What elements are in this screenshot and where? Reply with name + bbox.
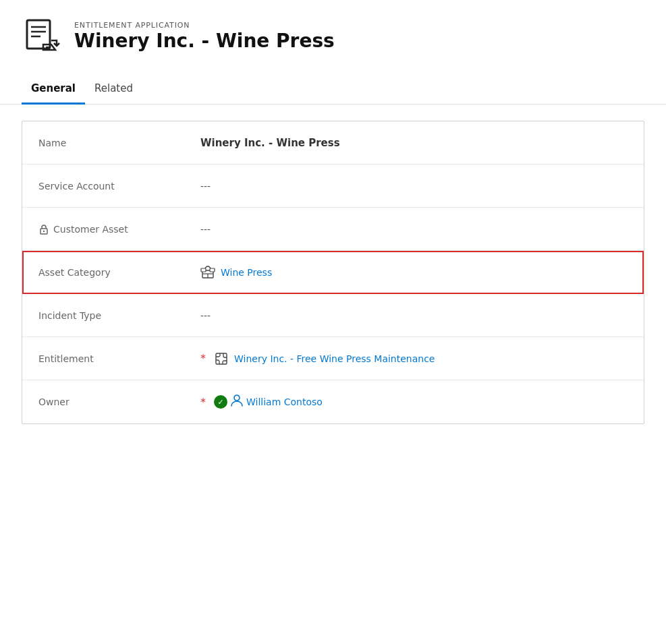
svg-rect-9 xyxy=(201,268,206,272)
value-service-account: --- xyxy=(200,181,628,192)
app-title: Winery Inc. - Wine Press xyxy=(74,30,335,53)
value-asset-category: Wine Press xyxy=(200,265,628,280)
form-card: Name Winery Inc. - Wine Press Service Ac… xyxy=(22,121,644,424)
svg-rect-10 xyxy=(210,268,215,272)
required-star-entitlement: * xyxy=(200,352,206,365)
tab-related[interactable]: Related xyxy=(85,76,142,105)
tab-general[interactable]: General xyxy=(22,76,85,105)
label-customer-asset: Customer Asset xyxy=(38,224,200,235)
field-row-customer-asset: Customer Asset --- xyxy=(22,208,644,251)
person-icon xyxy=(230,394,244,410)
required-star-owner: * xyxy=(200,396,206,409)
value-owner: * William Contoso xyxy=(200,394,628,410)
value-name: Winery Inc. - Wine Press xyxy=(200,137,628,149)
lock-icon xyxy=(38,224,49,235)
label-service-account: Service Account xyxy=(38,181,200,192)
value-customer-asset: --- xyxy=(200,224,628,235)
field-row-service-account: Service Account --- xyxy=(22,165,644,208)
value-incident-type: --- xyxy=(200,310,628,321)
value-entitlement: * Winery Inc. - Free Wine Press Maintena… xyxy=(200,351,628,366)
form-content: Name Winery Inc. - Wine Press Service Ac… xyxy=(0,105,666,440)
owner-link[interactable]: William Contoso xyxy=(246,397,323,407)
label-owner: Owner xyxy=(38,397,200,407)
label-asset-category: Asset Category xyxy=(38,267,200,278)
asset-category-icon xyxy=(200,265,215,280)
label-incident-type: Incident Type xyxy=(38,310,200,321)
field-row-name: Name Winery Inc. - Wine Press xyxy=(22,121,644,165)
tab-bar: General Related xyxy=(0,76,666,105)
app-label: ENTITLEMENT APPLICATION xyxy=(74,21,335,30)
green-check-icon xyxy=(214,395,227,409)
field-row-asset-category: Asset Category Wine Press xyxy=(22,251,644,294)
field-row-entitlement: Entitlement * Winery Inc. - Free Wine Pr… xyxy=(22,337,644,380)
app-logo xyxy=(22,16,62,57)
app-header: ENTITLEMENT APPLICATION Winery Inc. - Wi… xyxy=(0,0,666,67)
field-row-incident-type: Incident Type --- xyxy=(22,294,644,337)
svg-point-12 xyxy=(234,395,240,401)
owner-icons: William Contoso xyxy=(214,394,323,410)
label-entitlement: Entitlement xyxy=(38,353,200,364)
entitlement-icon xyxy=(214,351,229,366)
entitlement-link[interactable]: Winery Inc. - Free Wine Press Maintenanc… xyxy=(234,353,435,364)
svg-point-5 xyxy=(43,230,45,231)
header-text: ENTITLEMENT APPLICATION Winery Inc. - Wi… xyxy=(74,21,335,53)
svg-rect-11 xyxy=(216,353,227,364)
label-name: Name xyxy=(38,138,200,148)
field-row-owner: Owner * William Contoso xyxy=(22,380,644,423)
asset-category-link[interactable]: Wine Press xyxy=(221,267,272,278)
